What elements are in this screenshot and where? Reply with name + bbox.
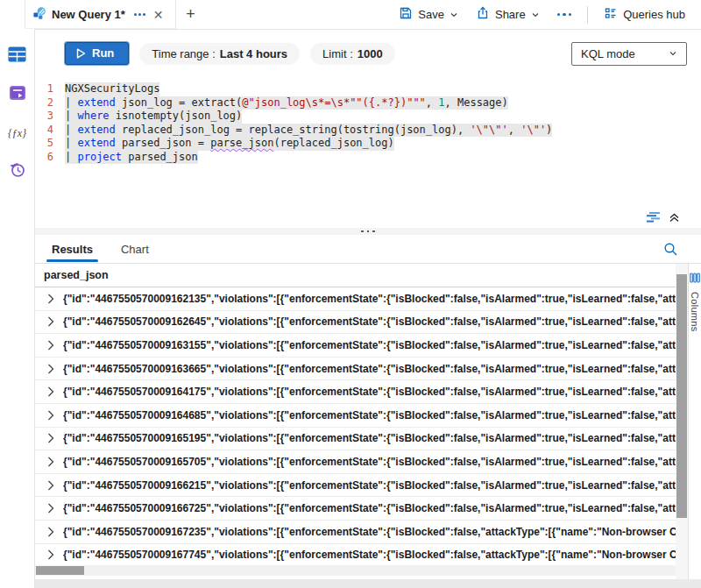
row-json-value: {"id":"4467550570009164685","violations"… <box>63 409 676 422</box>
editor-line: 2| extend json_log = extract(@"json_log\… <box>35 96 701 110</box>
table-row[interactable]: {"id":"4467550570009167235","violations"… <box>35 521 676 544</box>
table-row[interactable]: {"id":"4467550570009167745","violations"… <box>35 544 676 565</box>
table-row[interactable]: {"id":"4467550570009163665","violations"… <box>35 358 676 381</box>
collapse-editor-icon[interactable] <box>669 211 680 223</box>
code-text: | project parsed_json <box>65 151 198 165</box>
table-row[interactable]: {"id":"4467550570009166215","violations"… <box>35 474 676 498</box>
tab-close-icon[interactable]: ✕ <box>151 7 166 23</box>
left-sidebar: {ƒx} <box>0 29 35 588</box>
expand-row-chevron-icon[interactable] <box>47 386 54 397</box>
query-file-icon <box>9 84 26 105</box>
results-tab-bar: Results Chart <box>35 235 701 264</box>
time-range-pill[interactable]: Time range : Last 4 hours <box>139 43 300 65</box>
expand-row-chevron-icon[interactable] <box>47 549 54 560</box>
chevron-down-icon <box>531 11 540 19</box>
run-button[interactable]: Run <box>65 42 129 65</box>
query-outline-icon[interactable] <box>647 211 662 223</box>
search-results-button[interactable] <box>663 242 678 257</box>
expand-row-chevron-icon[interactable] <box>47 316 54 327</box>
limit-pill[interactable]: Limit : 1000 <box>310 43 395 65</box>
save-button[interactable]: Save <box>392 3 465 26</box>
line-number: 1 <box>35 82 65 96</box>
row-json-value: {"id":"4467550570009162135","violations"… <box>63 293 676 305</box>
sidebar-item-functions[interactable]: {ƒx} <box>6 122 29 145</box>
run-label: Run <box>92 46 114 60</box>
editor-line: 6| project parsed_json <box>35 151 701 165</box>
sidebar-item-queries[interactable] <box>6 83 29 106</box>
code-text: NGXSecurityLogs <box>65 82 159 96</box>
row-json-value: {"id":"4467550570009167235","violations"… <box>63 526 676 538</box>
row-json-value: {"id":"4467550570009162645","violations"… <box>63 315 676 328</box>
editor-line: 5| extend parsed_json = parse_json(repla… <box>35 137 701 151</box>
horizontal-scrollbar-thumb[interactable] <box>36 566 84 575</box>
code-text: | where isnotempty(json_log) <box>65 110 242 124</box>
queries-hub-label: Queries hub <box>623 8 685 21</box>
share-label: Share <box>495 8 526 21</box>
vertical-scrollbar[interactable] <box>676 264 688 579</box>
divider <box>587 6 588 24</box>
save-label: Save <box>418 8 444 21</box>
table-row[interactable]: {"id":"4467550570009162645","violations"… <box>35 311 676 335</box>
tab-more-icon[interactable] <box>134 13 145 16</box>
expand-row-chevron-icon[interactable] <box>47 364 54 374</box>
share-icon <box>476 6 490 23</box>
row-json-value: {"id":"4467550570009165705","violations"… <box>63 456 676 468</box>
kql-mode-label: KQL mode <box>581 47 635 60</box>
table-row[interactable]: {"id":"4467550570009165195","violations"… <box>35 428 676 451</box>
row-json-value: {"id":"4467550570009163665","violations"… <box>63 363 676 375</box>
sidebar-item-history[interactable] <box>6 160 29 183</box>
expand-row-chevron-icon[interactable] <box>47 410 54 421</box>
column-header-parsed-json[interactable]: parsed_json <box>35 264 676 287</box>
kql-mode-select[interactable]: KQL mode <box>571 42 687 66</box>
queries-hub-icon <box>604 6 618 23</box>
share-button[interactable]: Share <box>469 3 547 26</box>
tab-results[interactable]: Results <box>48 237 96 261</box>
expand-row-chevron-icon[interactable] <box>47 340 54 351</box>
sidebar-item-tables[interactable] <box>6 45 29 67</box>
editor-line: 3| where isnotempty(json_log) <box>35 110 701 124</box>
line-number: 2 <box>35 96 65 110</box>
app-window: New Query 1* ✕ + Save <box>0 0 701 588</box>
expand-row-chevron-icon[interactable] <box>47 503 54 514</box>
bottom-status-strip <box>35 579 701 588</box>
adx-logo-icon <box>32 6 46 24</box>
expand-row-chevron-icon[interactable] <box>47 527 54 537</box>
row-json-value: {"id":"4467550570009164175","violations"… <box>63 386 676 398</box>
time-range-label: Time range : <box>152 47 216 60</box>
expand-row-chevron-icon[interactable] <box>47 457 54 467</box>
history-clock-icon <box>9 161 26 182</box>
tab-chart[interactable]: Chart <box>117 237 152 261</box>
query-editor[interactable]: 1NGXSecurityLogs2| extend json_log = ext… <box>35 77 701 205</box>
row-json-value: {"id":"4467550570009166725","violations"… <box>63 502 676 514</box>
table-row[interactable]: {"id":"4467550570009166725","violations"… <box>35 497 676 521</box>
tables-icon <box>8 46 26 66</box>
results-panel: Results Chart parsed_json {"id":"4467550… <box>35 235 701 579</box>
columns-panel-label: Columns <box>690 292 700 332</box>
expand-row-chevron-icon[interactable] <box>47 294 54 304</box>
table-row[interactable]: {"id":"4467550570009165705","violations"… <box>35 450 676 474</box>
top-actions: Save Share <box>392 0 701 29</box>
line-number: 4 <box>35 124 65 138</box>
vertical-scrollbar-thumb[interactable] <box>676 274 687 518</box>
queries-hub-button[interactable]: Queries hub <box>597 3 692 26</box>
chevron-down-icon <box>669 49 677 58</box>
table-row[interactable]: {"id":"4467550570009164175","violations"… <box>35 380 676 404</box>
new-tab-button[interactable]: + <box>180 0 202 29</box>
expand-row-chevron-icon[interactable] <box>47 433 54 443</box>
panel-resize-handle[interactable] <box>35 228 701 235</box>
table-row[interactable]: {"id":"4467550570009162135","violations"… <box>35 287 676 311</box>
line-number: 5 <box>35 137 65 151</box>
horizontal-scrollbar[interactable] <box>35 565 676 576</box>
line-number: 6 <box>35 151 65 165</box>
more-actions-button[interactable] <box>550 8 579 22</box>
time-range-value: Last 4 hours <box>220 47 287 60</box>
play-icon <box>76 48 86 59</box>
table-row[interactable]: {"id":"4467550570009164685","violations"… <box>35 404 676 428</box>
columns-panel-tab[interactable]: Columns <box>688 264 701 579</box>
query-toolbar: Run Time range : Last 4 hours Limit : 10… <box>35 30 701 77</box>
expand-row-chevron-icon[interactable] <box>47 480 54 491</box>
query-tab[interactable]: New Query 1* ✕ <box>25 0 176 29</box>
top-tab-bar: New Query 1* ✕ + Save <box>0 0 701 29</box>
tab-title: New Query 1* <box>52 8 125 21</box>
table-row[interactable]: {"id":"4467550570009163155","violations"… <box>35 334 676 358</box>
